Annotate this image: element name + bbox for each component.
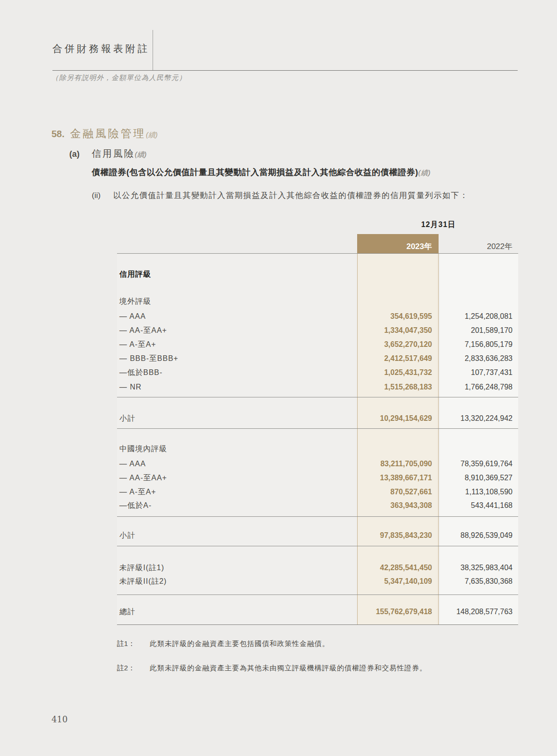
header-vertical-rule [153,30,153,70]
table-row: 中國境內評級 [117,444,518,454]
value-2023: 155,762,679,418 [357,607,439,617]
value-2022: 88,926,539,049 [439,530,518,541]
table-rule-top [117,253,518,254]
value-2023: 2,412,517,649 [357,353,439,364]
value-2023: 354,619,595 [357,311,439,322]
value-2023: 10,294,154,629 [357,413,439,424]
paragraph-heading-text: 債權證券(包含以公允價值計量且其變動計入當期損益及計入其他綜合收益的債權證券) [92,168,418,177]
row-label: — AAA [119,459,146,469]
row-label: — AAA [119,311,146,322]
row-label: — AA-至AA+ [119,473,167,483]
subsection-heading: (a)信用風險(續) [69,147,147,160]
value-2022: 2,833,636,283 [439,353,518,364]
column-header-2023: 2023年 [357,234,439,253]
table-rule [117,595,518,595]
value-2023: 1,334,047,350 [357,325,439,336]
row-label: —低於A- [119,500,152,511]
value-2023: 3,652,270,120 [357,339,439,350]
row-label: 信用評級 [119,269,151,279]
footnote-text: 此類未評級的金融資產主要包括國債和政策性金融債。 [150,639,330,647]
document-title: 合併財務報表附註 [52,42,150,55]
value-2023: 1,025,431,732 [357,367,439,378]
table-row: 境外評級 [117,296,518,307]
row-label: 境外評級 [119,296,151,307]
section-continued-label: (續) [146,131,158,139]
value-2022: 543,441,168 [439,500,518,511]
row-label: 未評級I(註1) [119,563,164,573]
list-item-marker: (ii) [92,191,113,200]
table-row-subtotal: 小計 97,835,843,230 88,926,539,049 [117,530,518,541]
section-title: 金融風險管理 [70,127,146,139]
footnote-2: 註2：此類未評級的金融資產主要為其他未由獨立評級機構評級的債權證券和交易性證券。 [117,664,427,673]
column-header-2022: 2022年 [439,234,518,253]
value-2023: 1,515,268,183 [357,382,439,392]
paragraph-continued-label: (續) [418,169,431,176]
row-label: 總計 [119,607,135,617]
value-2022: 107,737,431 [439,367,518,378]
table-row: —低於A- 363,943,308 543,441,168 [117,500,518,511]
table-row: — AAA 83,211,705,090 78,359,619,764 [117,459,518,469]
table-rule-bottom [117,624,518,625]
paragraph-heading: 債權證券(包含以公允價值計量且其變動計入當期損益及計入其他綜合收益的債權證券)(… [92,167,431,178]
list-item: (ii)以公允價值計量且其變動計入當期損益及計入其他綜合收益的債權證券的信用質量… [92,190,469,201]
value-2022: 1,254,208,081 [439,311,518,322]
table-row: —低於BBB- 1,025,431,732 107,737,431 [117,367,518,378]
table-row: 未評級II(註2) 5,347,140,109 7,635,830,368 [117,576,518,587]
value-2023: 97,835,843,230 [357,530,439,541]
page-number: 410 [51,714,67,724]
credit-quality-table: 12月31日 2023年 2022年 信用評級 境外評級 — AAA 354,6… [117,220,518,625]
document-subtitle: （除另有説明外，金額單位為人民幣元） [51,73,186,82]
value-2023: 42,285,541,450 [357,563,439,573]
row-label: — A-至A+ [119,487,156,497]
value-2022: 7,156,805,179 [439,339,518,350]
header-horizontal-rule [52,70,518,71]
value-2022: 38,325,983,404 [439,563,518,573]
row-label: — A-至A+ [119,339,156,350]
section-heading: 58.金融風險管理(續) [51,126,158,141]
row-label: 小計 [119,530,135,541]
table-rule [117,516,518,517]
table-row: — NR 1,515,268,183 1,766,248,798 [117,382,518,392]
table-row: — A-至A+ 870,527,661 1,113,108,590 [117,487,518,497]
row-label: — NR [119,382,142,392]
footnote-label: 註1： [117,639,150,648]
list-item-text: 以公允價值計量且其變動計入當期損益及計入其他綜合收益的債權證券的信用質量列示如下… [113,191,469,200]
table-row: 信用評級 [117,269,518,279]
value-2023: 13,389,667,171 [357,473,439,483]
subsection-letter: (a) [69,149,80,159]
footnote-text: 此類未評級的金融資產主要為其他未由獨立評級機構評級的債權證券和交易性證券。 [150,664,427,672]
date-header: 12月31日 [359,220,518,230]
row-label: 小計 [119,413,135,424]
table-row: — A-至A+ 3,652,270,120 7,156,805,179 [117,339,518,350]
row-label: — AA-至AA+ [119,325,167,336]
row-label: —低於BBB- [119,367,162,378]
value-2022: 201,589,170 [439,325,518,336]
table-row: — AA-至AA+ 13,389,667,171 8,910,369,527 [117,473,518,483]
value-2022: 1,113,108,590 [439,487,518,497]
value-2023: 83,211,705,090 [357,459,439,469]
value-2023: 363,943,308 [357,500,439,511]
row-label: — BBB-至BBB+ [119,353,178,364]
table-row: 未評級I(註1) 42,285,541,450 38,325,983,404 [117,563,518,573]
table-rule [117,546,518,546]
table-row: — AA-至AA+ 1,334,047,350 201,589,170 [117,325,518,336]
table-rule [117,397,518,397]
table-rule [117,428,518,429]
value-2023: 5,347,140,109 [357,576,439,587]
value-2022: 78,359,619,764 [439,459,518,469]
value-2022: 148,208,577,763 [439,607,518,617]
row-label: 中國境內評級 [119,444,167,454]
value-2022: 7,635,830,368 [439,576,518,587]
table-row: — BBB-至BBB+ 2,412,517,649 2,833,636,283 [117,353,518,364]
footnote-1: 註1：此類未評級的金融資產主要包括國債和政策性金融債。 [117,639,330,648]
subsection-continued-label: (續) [135,150,147,158]
table-row-total: 總計 155,762,679,418 148,208,577,763 [117,607,518,617]
row-label: 未評級II(註2) [119,576,167,587]
document-page: 合併財務報表附註 （除另有説明外，金額單位為人民幣元） 58.金融風險管理(續)… [0,0,557,756]
subsection-title: 信用風險 [92,148,135,159]
footnote-label: 註2： [117,664,150,673]
value-2022: 1,766,248,798 [439,382,518,392]
value-2022: 13,320,224,942 [439,413,518,424]
table-row: — AAA 354,619,595 1,254,208,081 [117,311,518,322]
value-2023: 870,527,661 [357,487,439,497]
